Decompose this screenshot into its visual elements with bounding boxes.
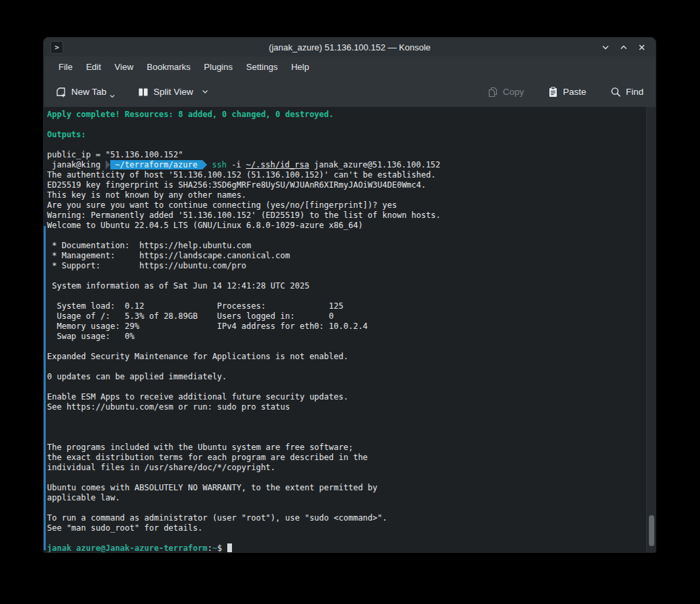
menu-item-bookmarks[interactable]: Bookmarks (140, 59, 197, 75)
menu-item-plugins[interactable]: Plugins (197, 59, 239, 75)
split-view-label: Split View (153, 87, 193, 97)
terminal-line: 0 updates can be applied immediately. (47, 372, 646, 382)
split-view-chevron-down-icon (202, 89, 208, 94)
copy-icon (488, 87, 498, 98)
terminal-line: See "man sudo_root" for details. (47, 523, 646, 533)
terminal-line: System information as of Sat Jun 14 12:4… (47, 281, 646, 291)
terminal-line (47, 382, 646, 392)
terminal-line: Enable ESM Apps to receive additional fu… (47, 392, 646, 402)
terminal-line: janak_azure@Janak-azure-terraform:~$ (47, 543, 646, 552)
terminal-line (47, 473, 646, 483)
terminal-line: individual files in /usr/share/doc/*/cop… (47, 463, 646, 473)
terminal-line: ED25519 key fingerprint is SHA256:3SD6gM… (47, 180, 646, 190)
close-icon[interactable] (635, 41, 648, 53)
terminal-line (47, 362, 646, 372)
terminal-line: System load: 0.12 Processes: 125 (47, 301, 646, 311)
split-view-icon (138, 87, 149, 98)
new-tab-menu-chevron-icon (110, 94, 115, 98)
terminal-line: Welcome to Ubuntu 22.04.5 LTS (GNU/Linux… (47, 221, 646, 231)
new-tab-label: New Tab (71, 87, 106, 97)
menu-item-help[interactable]: Help (284, 59, 316, 75)
terminal-line: Usage of /: 5.3% of 28.89GB Users logged… (47, 311, 646, 322)
paste-button[interactable]: Paste (545, 83, 589, 102)
copy-button: Copy (485, 83, 527, 102)
terminal-line: Warning: Permanently added '51.136.100.1… (47, 211, 646, 221)
new-output-indicator (44, 226, 46, 550)
maximize-icon[interactable] (617, 41, 629, 53)
minimize-icon[interactable] (599, 41, 611, 53)
terminal-line: Are you sure you want to continue connec… (47, 200, 646, 211)
terminal-line: applicable law. (47, 493, 646, 503)
terminal-line: janak@king ~/terraform/azure ssh -i ~/.s… (47, 160, 646, 170)
terminal-line (47, 503, 646, 513)
menu-item-edit[interactable]: Edit (79, 59, 108, 75)
terminal-line (47, 412, 646, 422)
terminal-line (47, 271, 646, 281)
window-controls (599, 41, 656, 53)
terminal-line (47, 140, 646, 150)
terminal-line: See https://ubuntu.com/esm or run: sudo … (47, 402, 646, 412)
terminal-line (47, 533, 646, 543)
titlebar[interactable]: > (janak_azure) 51.136.100.152 — Konsole (44, 38, 656, 56)
konsole-app-icon: > (50, 41, 63, 54)
terminal-line: * Support: https://ubuntu.com/pro (47, 261, 646, 271)
terminal-line: The programs included with the Ubuntu sy… (47, 443, 646, 453)
toolbar: New Tab Split View (44, 77, 656, 107)
terminal-line (47, 342, 646, 352)
menu-item-view[interactable]: View (108, 59, 140, 75)
menubar: FileEditViewBookmarksPluginsSettingsHelp (44, 56, 656, 77)
menu-item-settings[interactable]: Settings (239, 59, 284, 75)
find-icon (611, 87, 621, 98)
terminal-line: the exact distribution terms for each pr… (47, 453, 646, 463)
terminal-line: Outputs: (47, 130, 646, 140)
terminal-line: Swap usage: 0% (47, 332, 646, 342)
terminal-line (47, 120, 646, 130)
terminal-line: * Documentation: https://help.ubuntu.com (47, 241, 646, 251)
terminal-line: public_ip = "51.136.100.152" (47, 150, 646, 160)
scrollbar-thumb[interactable] (649, 515, 654, 546)
terminal-line: The authenticity of host '51.136.100.152… (47, 170, 646, 180)
scrollbar[interactable] (646, 107, 656, 552)
terminal-line: Apply complete! Resources: 8 added, 0 ch… (47, 110, 646, 120)
new-tab-icon (56, 87, 67, 98)
terminal-line: Memory usage: 29% IPv4 address for eth0:… (47, 322, 646, 332)
terminal-line: * Management: https://landscape.canonica… (47, 251, 646, 261)
split-view-button[interactable]: Split View (135, 83, 211, 102)
find-label: Find (626, 87, 644, 97)
terminal-output: Apply complete! Resources: 8 added, 0 ch… (44, 107, 646, 552)
terminal-line (47, 291, 646, 301)
paste-label: Paste (563, 87, 586, 97)
window-title: (janak_azure) 51.136.100.152 — Konsole (44, 42, 656, 52)
terminal-line: This key is not known by any other names… (47, 190, 646, 200)
copy-label: Copy (503, 87, 524, 97)
terminal-line (47, 422, 646, 432)
terminal-line: Ubuntu comes with ABSOLUTELY NO WARRANTY… (47, 483, 646, 493)
paste-icon (548, 87, 558, 98)
terminal-line: Expanded Security Maintenance for Applic… (47, 352, 646, 362)
terminal-view[interactable]: Apply complete! Resources: 8 added, 0 ch… (44, 107, 656, 552)
find-button[interactable]: Find (608, 83, 646, 102)
terminal-line: To run a command as administrator (user … (47, 513, 646, 523)
menu-item-file[interactable]: File (52, 59, 79, 75)
terminal-line (47, 432, 646, 443)
konsole-window: > (janak_azure) 51.136.100.152 — Konsole… (43, 37, 656, 553)
terminal-line (47, 231, 646, 241)
new-tab-button[interactable]: New Tab (53, 82, 118, 102)
